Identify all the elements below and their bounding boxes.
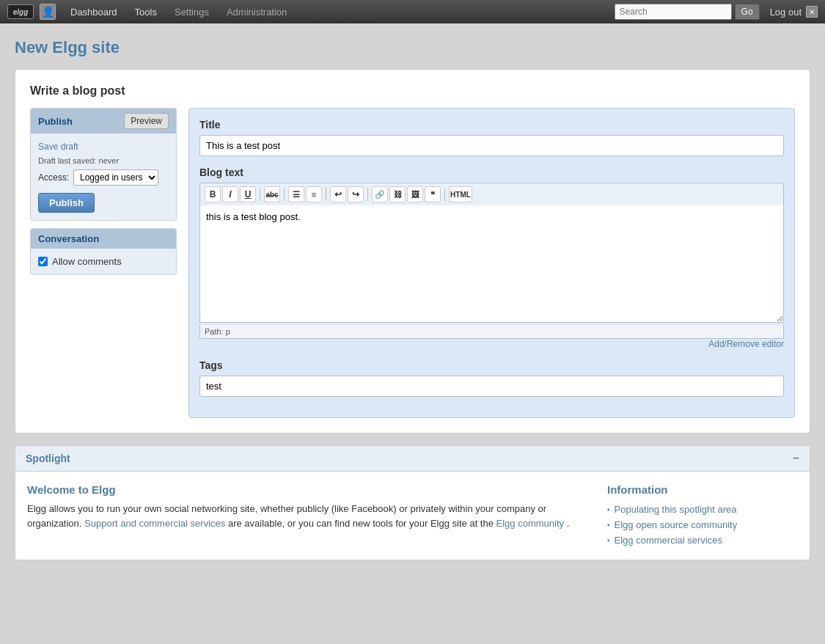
spotlight-box: Spotlight − Welcome to Elgg Elgg allows … bbox=[15, 445, 810, 560]
blockquote-button[interactable]: ❝ bbox=[425, 186, 441, 202]
logout-area: Log out ✕ bbox=[770, 6, 818, 18]
access-row: Access: Logged in users Public Private bbox=[38, 169, 169, 186]
image-button[interactable]: 🖼 bbox=[407, 186, 423, 202]
tags-label: Tags bbox=[199, 359, 784, 371]
site-logo: elgg bbox=[7, 4, 34, 19]
spotlight-welcome-title: Welcome to Elgg bbox=[27, 483, 593, 496]
draft-info: Draft last saved: never bbox=[38, 156, 169, 165]
spotlight-content: Welcome to Elgg Elgg allows you to run y… bbox=[15, 472, 810, 560]
spotlight-text-3: . bbox=[567, 518, 570, 529]
spotlight-collapse-button[interactable]: − bbox=[793, 452, 799, 465]
access-select[interactable]: Logged in users Public Private bbox=[73, 169, 158, 186]
title-field-group: Title bbox=[199, 119, 784, 156]
publish-panel-body: Save draft Draft last saved: never Acces… bbox=[31, 133, 176, 220]
page-wrapper: New Elgg site Write a blog post Publish … bbox=[0, 23, 825, 644]
info-list-item: Elgg open source community bbox=[607, 517, 798, 533]
editor-path: Path: p bbox=[199, 325, 784, 339]
toolbar-sep-4 bbox=[367, 188, 368, 201]
allow-comments-checkbox[interactable] bbox=[38, 257, 48, 266]
save-draft-link[interactable]: Save draft bbox=[38, 142, 78, 152]
top-navigation: elgg 👤 Dashboard Tools Settings Administ… bbox=[0, 0, 825, 23]
search-box: Go bbox=[615, 4, 760, 20]
blog-sidebar: Publish Preview Save draft Draft last sa… bbox=[30, 108, 177, 275]
publish-panel-title: Publish bbox=[38, 116, 73, 127]
strikethrough-button[interactable]: abc bbox=[264, 186, 280, 202]
info-list-item: Elgg commercial services bbox=[607, 533, 798, 548]
close-icon[interactable]: ✕ bbox=[806, 6, 818, 18]
preview-button[interactable]: Preview bbox=[124, 113, 169, 129]
blog-form-layout: Publish Preview Save draft Draft last sa… bbox=[30, 108, 795, 418]
blog-main-area: Title Blog text B I U abc ☰ ≡ bbox=[188, 108, 795, 418]
redo-button[interactable]: ↪ bbox=[348, 186, 364, 202]
tags-input[interactable] bbox=[199, 376, 784, 397]
spotlight-right: Information Populating this spotlight ar… bbox=[607, 483, 798, 548]
write-blog-box: Write a blog post Publish Preview Save d… bbox=[15, 69, 810, 433]
nav-dashboard[interactable]: Dashboard bbox=[62, 2, 126, 22]
info-link-1[interactable]: Populating this spotlight area bbox=[615, 504, 737, 515]
conversation-panel: Conversation Allow comments bbox=[30, 228, 177, 275]
support-link[interactable]: Support and commercial services bbox=[84, 518, 225, 529]
info-link-2[interactable]: Elgg open source community bbox=[615, 519, 738, 530]
publish-panel: Publish Preview Save draft Draft last sa… bbox=[30, 108, 177, 221]
toolbar-sep-2 bbox=[284, 188, 285, 201]
page-title: New Elgg site bbox=[15, 38, 810, 57]
info-list-item: Populating this spotlight area bbox=[607, 502, 798, 517]
title-label: Title bbox=[199, 119, 784, 131]
info-list: Populating this spotlight area Elgg open… bbox=[607, 502, 798, 548]
write-blog-heading: Write a blog post bbox=[30, 84, 795, 98]
publish-panel-header: Publish Preview bbox=[31, 109, 176, 133]
ordered-list-button[interactable]: ≡ bbox=[306, 186, 322, 202]
toolbar-sep-1 bbox=[260, 188, 260, 201]
conversation-panel-title: Conversation bbox=[38, 233, 99, 244]
search-input[interactable] bbox=[615, 4, 732, 20]
undo-button[interactable]: ↩ bbox=[330, 186, 346, 202]
spotlight-text-2: are available, or you can find new tools… bbox=[228, 518, 496, 529]
unlink-button[interactable]: ⛓ bbox=[389, 186, 406, 202]
spotlight-left: Welcome to Elgg Elgg allows you to run y… bbox=[27, 483, 593, 548]
nav-settings[interactable]: Settings bbox=[166, 2, 218, 22]
allow-comments-label: Allow comments bbox=[52, 256, 122, 267]
nav-tools[interactable]: Tools bbox=[126, 2, 166, 22]
blog-text-area[interactable]: this is a test blog post. bbox=[199, 205, 784, 323]
toolbar-sep-3 bbox=[326, 188, 326, 201]
add-remove-editor-link[interactable]: Add/Remove editor bbox=[199, 339, 784, 349]
logout-link[interactable]: Log out bbox=[770, 7, 802, 18]
toolbar-sep-5 bbox=[444, 188, 445, 201]
link-button[interactable]: 🔗 bbox=[372, 186, 388, 202]
unordered-list-button[interactable]: ☰ bbox=[288, 186, 304, 202]
conversation-panel-header: Conversation bbox=[31, 229, 176, 249]
allow-comments-row: Allow comments bbox=[38, 256, 169, 267]
nav-administration[interactable]: Administration bbox=[218, 2, 296, 22]
blog-text-label: Blog text bbox=[199, 167, 784, 178]
tags-field-group: Tags bbox=[199, 359, 784, 397]
search-button[interactable]: Go bbox=[735, 4, 760, 20]
info-link-3[interactable]: Elgg commercial services bbox=[615, 535, 722, 546]
bold-button[interactable]: B bbox=[205, 186, 221, 202]
community-link[interactable]: Elgg community bbox=[496, 518, 564, 529]
italic-button[interactable]: I bbox=[222, 186, 238, 202]
html-button[interactable]: HTML bbox=[449, 186, 472, 202]
spotlight-title: Spotlight bbox=[26, 453, 70, 464]
blog-text-field-group: Blog text B I U abc ☰ ≡ ↩ ↪ bbox=[199, 167, 784, 349]
spotlight-text: Elgg allows you to run your own social n… bbox=[27, 502, 593, 530]
publish-button[interactable]: Publish bbox=[38, 193, 95, 213]
access-label: Access: bbox=[38, 172, 69, 183]
title-input[interactable] bbox=[199, 135, 784, 156]
info-title: Information bbox=[607, 483, 798, 496]
underline-button[interactable]: U bbox=[240, 186, 256, 202]
editor-toolbar: B I U abc ☰ ≡ ↩ ↪ 🔗 ⛓ 🖼 bbox=[199, 183, 784, 205]
spotlight-header: Spotlight − bbox=[15, 446, 810, 472]
user-avatar-icon[interactable]: 👤 bbox=[40, 4, 56, 20]
conversation-panel-body: Allow comments bbox=[31, 249, 176, 274]
